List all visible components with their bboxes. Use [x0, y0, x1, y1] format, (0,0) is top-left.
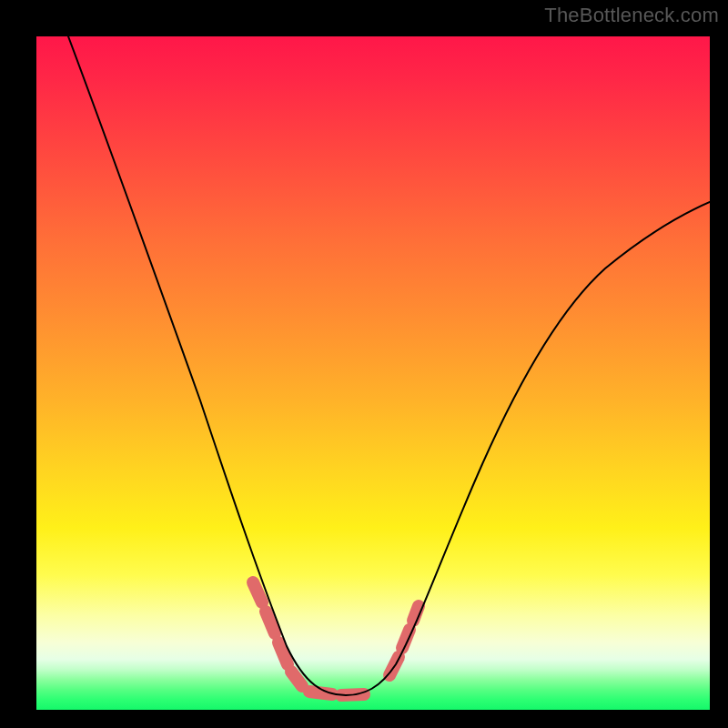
watermark-text: TheBottleneck.com	[544, 4, 719, 27]
highlight-right	[389, 606, 419, 675]
curve-svg	[36, 36, 710, 710]
chart-frame: TheBottleneck.com	[0, 0, 728, 728]
plot-area	[36, 36, 710, 710]
bottleneck-curve	[68, 36, 710, 695]
